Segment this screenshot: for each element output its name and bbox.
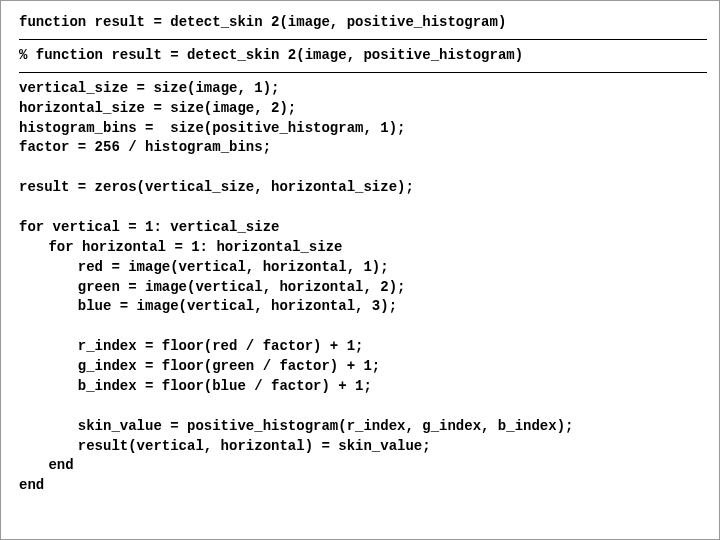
code-line: g_index = floor(green / factor) + 1;	[19, 357, 707, 377]
function-signature: function result = detect_skin 2(image, p…	[19, 13, 707, 33]
blank-line	[19, 158, 707, 178]
divider	[19, 39, 707, 40]
code-line: blue = image(vertical, horizontal, 3);	[19, 297, 707, 317]
for-outer: for vertical = 1: vertical_size	[19, 218, 707, 238]
end-outer: end	[19, 476, 707, 496]
code-line: b_index = floor(blue / factor) + 1;	[19, 377, 707, 397]
divider	[19, 72, 707, 73]
blank-line	[19, 317, 707, 337]
code-line: r_index = floor(red / factor) + 1;	[19, 337, 707, 357]
code-line: histogram_bins = size(positive_histogram…	[19, 119, 707, 139]
blank-line	[19, 397, 707, 417]
code-line: horizontal_size = size(image, 2);	[19, 99, 707, 119]
comment-line: % function result = detect_skin 2(image,…	[19, 46, 707, 66]
code-line: result = zeros(vertical_size, horizontal…	[19, 178, 707, 198]
code-line: skin_value = positive_histogram(r_index,…	[19, 417, 707, 437]
code-line: vertical_size = size(image, 1);	[19, 79, 707, 99]
code-slide: function result = detect_skin 2(image, p…	[0, 0, 720, 540]
code-line: green = image(vertical, horizontal, 2);	[19, 278, 707, 298]
code-line: red = image(vertical, horizontal, 1);	[19, 258, 707, 278]
for-inner: for horizontal = 1: horizontal_size	[19, 238, 707, 258]
code-line: result(vertical, horizontal) = skin_valu…	[19, 437, 707, 457]
end-inner: end	[19, 456, 707, 476]
code-line: factor = 256 / histogram_bins;	[19, 138, 707, 158]
blank-line	[19, 198, 707, 218]
